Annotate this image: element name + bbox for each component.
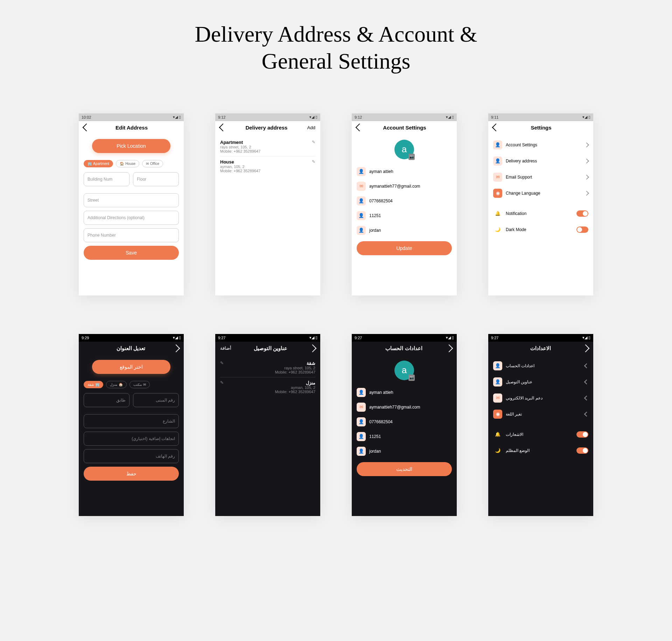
avatar[interactable]: a📷 xyxy=(394,361,414,380)
mail-icon: ✉ xyxy=(143,383,146,386)
darkmode-toggle[interactable] xyxy=(576,227,588,233)
chip-apartment[interactable]: 🏢شقة xyxy=(84,381,103,388)
header: تعديل العنوان xyxy=(79,342,184,355)
zip-value: 11251 xyxy=(369,213,381,218)
back-icon[interactable] xyxy=(445,344,453,352)
phone-input[interactable]: رقم الهاتف xyxy=(84,449,179,463)
add-button[interactable]: أضافة xyxy=(220,346,231,351)
status-bar: 9:27 ▾◢ ▯ xyxy=(215,334,320,342)
avatar-letter: a xyxy=(402,365,407,376)
status-bar: 9:29 ▾◢ ▯ xyxy=(79,334,184,342)
moon-icon: 🌙 xyxy=(493,225,502,234)
chip-apartment-label: شقة xyxy=(88,383,94,386)
settings-delivery-row[interactable]: 👤عناوين التوصيل xyxy=(493,374,588,390)
zip-field[interactable]: 👤11251 xyxy=(357,429,452,444)
back-icon[interactable] xyxy=(309,344,317,352)
address-street: raya street, 105, 2 xyxy=(220,145,315,149)
chevron-right-icon xyxy=(584,191,589,196)
edit-icon[interactable]: ✎ xyxy=(312,140,315,145)
chip-house[interactable]: 🏠House xyxy=(116,160,139,167)
settings-email-row[interactable]: ✉دعم البريد الالكتروني xyxy=(493,390,588,406)
directions-input[interactable]: اتجاهات إضافية (اختياري) xyxy=(84,432,179,446)
address-street: ayman, 105, 2 xyxy=(220,385,315,390)
header: Delivery address Add xyxy=(215,121,320,134)
chip-house-label: House xyxy=(125,162,135,166)
email-field[interactable]: ✉aymanattieh77@gmail.com xyxy=(357,179,452,194)
pick-location-button[interactable]: اختر الموقع xyxy=(92,360,170,374)
address-type-chips: 🏢Apartment 🏠House ✉Office xyxy=(84,160,179,167)
phone-input[interactable]: Phone Number xyxy=(84,228,179,242)
email-value: aymanattieh77@gmail.com xyxy=(369,184,420,189)
settings-language-row[interactable]: ◉Change Language xyxy=(493,185,588,201)
bell-icon: 🔔 xyxy=(493,430,502,439)
address-item[interactable]: منزل ayman, 105, 2 Mobile: +962 35289647… xyxy=(220,377,315,397)
chevron-right-icon xyxy=(584,159,589,163)
notification-toggle[interactable] xyxy=(576,210,588,217)
chip-house[interactable]: 🏠منزل xyxy=(106,381,127,388)
person-icon: 👤 xyxy=(493,361,502,370)
person-icon: 👤 xyxy=(357,226,366,235)
screen-settings-dark: 9:27 ▾◢ ▯ الاعدادات 👤اعدادات الحساب 👤عنا… xyxy=(488,334,593,516)
zip-field[interactable]: 👤11251 xyxy=(357,208,452,223)
edit-icon[interactable]: ✎ xyxy=(312,159,315,164)
update-button[interactable]: التحديث xyxy=(357,462,452,476)
floor-input[interactable]: طابق xyxy=(84,393,130,407)
settings-notification-row[interactable]: 🔔Notification xyxy=(493,205,588,222)
darkmode-toggle[interactable] xyxy=(576,447,588,454)
camera-icon[interactable]: 📷 xyxy=(408,375,415,381)
settings-row-label: اعدادات الحساب xyxy=(506,363,534,368)
settings-account-row[interactable]: 👤Account Settings xyxy=(493,137,588,153)
chip-apartment[interactable]: 🏢Apartment xyxy=(84,160,113,167)
address-item[interactable]: شقة raya street, 105, 2 Mobile: +962 352… xyxy=(220,358,315,377)
name-field[interactable]: 👤ayman attieh xyxy=(357,385,452,400)
back-icon[interactable] xyxy=(172,344,180,352)
building-input[interactable]: رقم المبنى xyxy=(133,393,179,407)
settings-row-label: دعم البريد الالكتروني xyxy=(506,396,542,400)
person-icon: 👤 xyxy=(357,388,366,397)
directions-input[interactable]: Additional Directions (optional) xyxy=(84,211,179,225)
back-icon[interactable] xyxy=(582,344,590,352)
floor-input[interactable]: Floor xyxy=(133,172,179,186)
status-icons: ▾◢ ▯ xyxy=(173,335,181,340)
address-item[interactable]: Apartment raya street, 105, 2 Mobile: +9… xyxy=(220,137,315,156)
edit-icon[interactable]: ✎ xyxy=(220,380,224,385)
address-type-chips: 🏢شقة 🏠منزل ✉مكتب xyxy=(84,381,179,388)
name-field[interactable]: 👤ayman attieh xyxy=(357,164,452,179)
country-field[interactable]: 👤jordan xyxy=(357,223,452,238)
settings-language-row[interactable]: ◉تغير اللغة xyxy=(493,406,588,422)
status-bar: 9:11 ▾◢ ▯ xyxy=(488,113,593,121)
chip-office[interactable]: ✉Office xyxy=(142,160,163,167)
country-field[interactable]: 👤jordan xyxy=(357,444,452,459)
settings-delivery-row[interactable]: 👤Delivery address xyxy=(493,153,588,169)
settings-email-row[interactable]: ✉Email Support xyxy=(493,169,588,185)
title-line1: Delivery Address & Account & xyxy=(0,21,672,48)
settings-notification-row[interactable]: 🔔الاشعارات xyxy=(493,426,588,443)
header-title: Account Settings xyxy=(362,125,447,131)
street-input[interactable]: Street xyxy=(84,193,179,207)
street-input[interactable]: الشارع xyxy=(84,414,179,428)
pick-location-button[interactable]: Pick Location xyxy=(92,139,170,153)
settings-account-row[interactable]: 👤اعدادات الحساب xyxy=(493,358,588,374)
chip-office[interactable]: ✉مكتب xyxy=(130,381,150,388)
address-item[interactable]: House ayman, 105, 2 Mobile: +962 3528964… xyxy=(220,156,315,176)
save-button[interactable]: حفظ xyxy=(84,467,179,481)
settings-darkmode-row[interactable]: 🌙الوضع المظلم xyxy=(493,443,588,459)
email-field[interactable]: ✉aymanattieh77@gmail.com xyxy=(357,400,452,414)
address-mobile: Mobile: +962 35289647 xyxy=(220,370,315,374)
save-button[interactable]: Save xyxy=(84,246,179,260)
camera-icon[interactable]: 📷 xyxy=(408,154,415,160)
mail-icon: ✉ xyxy=(357,403,366,412)
add-button[interactable]: Add xyxy=(307,125,315,130)
person-icon: 👤 xyxy=(493,140,502,149)
edit-icon[interactable]: ✎ xyxy=(220,361,224,365)
mail-icon: ✉ xyxy=(493,393,502,403)
settings-darkmode-row[interactable]: 🌙Dark Mode xyxy=(493,222,588,238)
building-input[interactable]: Building Num xyxy=(84,172,130,186)
status-time: 9:27 xyxy=(355,336,362,340)
update-button[interactable]: Update xyxy=(357,241,452,255)
phone-field[interactable]: 👤0776682504 xyxy=(357,194,452,208)
notification-toggle[interactable] xyxy=(576,431,588,438)
header-title: Settings xyxy=(499,125,583,131)
avatar[interactable]: a📷 xyxy=(394,140,414,159)
phone-field[interactable]: 👤0776682504 xyxy=(357,414,452,429)
